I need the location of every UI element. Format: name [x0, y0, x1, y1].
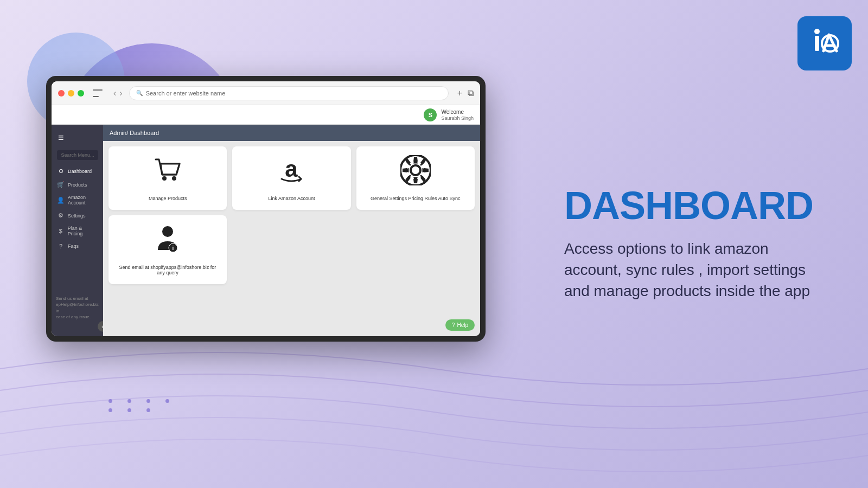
svg-point-0	[814, 29, 820, 34]
browser-navigation: ‹ ›	[113, 88, 123, 98]
hamburger-icon[interactable]: ≡	[52, 129, 103, 147]
sidebar-email: Send us email atepHelp@infoshore.biz inc…	[56, 296, 103, 320]
svg-point-16	[162, 226, 173, 237]
dashboard-cards-grid: Manage Products a Link Ama	[103, 141, 480, 215]
sidebar-item-plan-pricing[interactable]: $ Plan & Pricing	[52, 222, 103, 240]
dashboard-icon: ⊙	[57, 168, 65, 175]
cart-icon	[152, 155, 183, 190]
dot	[165, 399, 169, 403]
dot	[146, 399, 150, 403]
user-avatar: S	[424, 108, 437, 121]
laptop-base: MacBook Air	[30, 336, 502, 380]
dot	[108, 399, 112, 403]
card-label-settings: General Settings Pricing Rules Auto Sync	[371, 196, 461, 201]
main-content: Admin/ Dashboard	[103, 125, 480, 336]
sidebar-item-amazon-account[interactable]: 👤 Amazon Account	[52, 191, 103, 209]
laptop-screen-inner: ‹ › 🔍 Search or enter website name + ⧉ S	[52, 81, 480, 336]
help-icon: ?	[452, 322, 455, 328]
dot	[146, 408, 150, 412]
sidebar-toggle-icon[interactable]	[93, 89, 103, 97]
dot	[108, 408, 112, 412]
sidebar-item-dashboard[interactable]: ⊙ Dashboard	[52, 164, 103, 178]
svg-text:i: i	[173, 245, 174, 251]
svg-marker-9	[413, 179, 418, 183]
new-tab-icon[interactable]: +	[457, 88, 462, 98]
logo-letters	[808, 25, 841, 62]
breadcrumb: Admin/ Dashboard	[103, 125, 480, 141]
products-icon: 🛒	[57, 181, 65, 188]
amazon-account-icon: 👤	[57, 197, 65, 204]
help-label: Help	[457, 322, 468, 328]
svg-marker-8	[413, 157, 418, 162]
welcome-label: Welcome	[441, 108, 474, 115]
welcome-bar: S Welcome Saurabh Singh	[52, 105, 480, 125]
browser-actions: + ⧉	[457, 88, 474, 98]
browser-dots	[58, 90, 84, 97]
svg-rect-1	[815, 36, 819, 51]
card-manage-products[interactable]: Manage Products	[108, 146, 227, 210]
maximize-dot[interactable]	[78, 90, 84, 97]
svg-marker-10	[403, 168, 407, 172]
card-general-settings[interactable]: General Settings Pricing Rules Auto Sync	[356, 146, 475, 210]
card-link-amazon[interactable]: a Link Amazon Account	[232, 146, 350, 210]
sidebar-search[interactable]	[57, 150, 98, 160]
svg-marker-11	[424, 168, 429, 172]
close-dot[interactable]	[58, 90, 65, 97]
sidebar-label-products: Products	[68, 182, 87, 188]
sidebar-item-faqs[interactable]: ? Faqs	[52, 240, 103, 253]
svg-point-6	[411, 165, 420, 175]
cards-row2: i Send email at shopifyapps@infoshore.bi…	[103, 215, 480, 284]
svg-text:a: a	[285, 156, 298, 182]
search-icon: 🔍	[136, 90, 143, 96]
user-name: Saurabh Singh	[441, 115, 474, 121]
sidebar-label-faqs: Faqs	[68, 243, 79, 249]
svg-point-3	[162, 176, 167, 181]
minimize-dot[interactable]	[68, 90, 74, 97]
help-button[interactable]: ? Help	[445, 319, 475, 331]
forward-icon[interactable]: ›	[119, 88, 122, 98]
dots-decoration	[108, 399, 169, 418]
breadcrumb-text: Admin/ Dashboard	[110, 130, 159, 136]
settings-icon: ⚙	[57, 212, 65, 219]
sidebar-item-settings[interactable]: ⚙ Settings	[52, 209, 103, 222]
sidebar: ≡ ⊙ Dashboard 🛒 Products 👤 Amazon Accoun…	[52, 125, 103, 336]
app-logo	[797, 16, 852, 70]
app-container: ≡ ⊙ Dashboard 🛒 Products 👤 Amazon Accoun…	[52, 125, 480, 336]
copy-icon[interactable]: ⧉	[468, 88, 474, 98]
card-label-support: Send email at shopifyapps@infoshore.biz …	[117, 265, 218, 275]
sidebar-label-settings: Settings	[68, 213, 86, 219]
plan-pricing-icon: $	[57, 228, 65, 234]
address-bar[interactable]: 🔍 Search or enter website name	[129, 86, 449, 100]
amazon-icon: a	[276, 155, 307, 190]
support-icon: i	[152, 224, 183, 259]
dot	[127, 399, 131, 403]
sidebar-item-products[interactable]: 🛒 Products	[52, 178, 103, 191]
dashboard-description: Access options to link amazon account, s…	[564, 238, 825, 302]
gear-icon	[400, 155, 431, 190]
sidebar-label-amazon: Amazon Account	[68, 195, 98, 206]
svg-point-4	[172, 176, 176, 181]
sidebar-label-plan: Plan & Pricing	[68, 226, 98, 236]
dashboard-title: DASHBOARD	[564, 186, 825, 225]
card-label-amazon: Link Amazon Account	[268, 196, 315, 201]
address-text: Search or enter website name	[146, 90, 226, 97]
card-support[interactable]: i Send email at shopifyapps@infoshore.bi…	[108, 215, 227, 284]
browser-bar: ‹ › 🔍 Search or enter website name + ⧉	[52, 81, 480, 105]
laptop-mockup: ‹ › 🔍 Search or enter website name + ⧉ S	[30, 76, 502, 380]
laptop-screen-outer: ‹ › 🔍 Search or enter website name + ⧉ S	[46, 76, 486, 342]
dot	[127, 408, 131, 412]
card-label-products: Manage Products	[149, 196, 187, 201]
faqs-icon: ?	[57, 243, 65, 249]
back-icon[interactable]: ‹	[113, 88, 116, 98]
right-panel: DASHBOARD Access options to link amazon …	[564, 186, 825, 302]
sidebar-label-dashboard: Dashboard	[68, 169, 92, 174]
user-info: S Welcome Saurabh Singh	[424, 108, 474, 121]
